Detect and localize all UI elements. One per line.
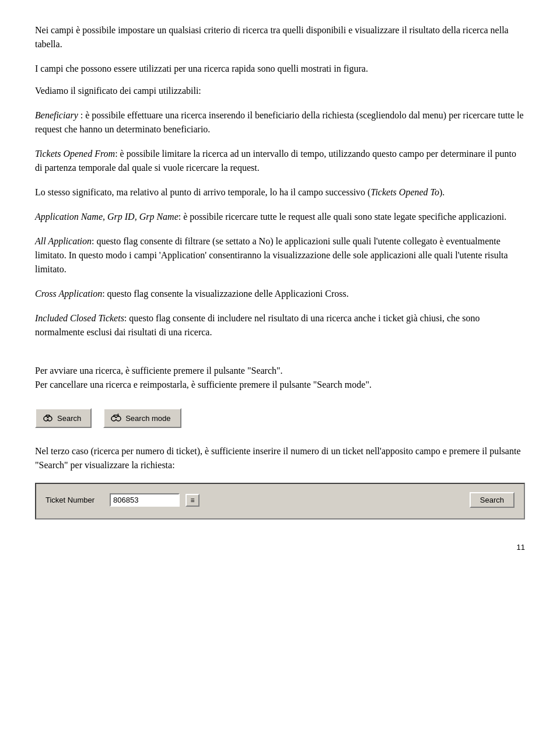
paragraph-1: Nei campi è possibile impostare un quals… xyxy=(35,23,525,51)
paragraph-beneficiary: Beneficiary : è possibile effettuare una… xyxy=(35,108,525,136)
ticket-search-label: Search xyxy=(480,496,504,504)
button-row: Search * Search mode xyxy=(35,408,525,428)
beneficiary-italic: Beneficiary xyxy=(35,110,78,120)
all-application-rest: : questo flag consente di filtrare (se s… xyxy=(35,236,508,274)
search-button[interactable]: Search xyxy=(35,408,92,428)
ticket-intro: Nel terzo caso (ricerca per numero di ti… xyxy=(35,444,525,472)
application-name-rest: : è possibile ricercare tutte le request… xyxy=(178,212,506,222)
tickets-opened-to-text: Lo stesso significato, ma relativo al pu… xyxy=(35,187,370,197)
paragraph-included-closed: Included Closed Tickets: questo flag con… xyxy=(35,311,525,339)
page-number: 11 xyxy=(35,543,525,552)
ticket-search-button[interactable]: Search xyxy=(470,492,514,508)
binoculars-mode-icon: * xyxy=(110,413,122,423)
paragraph-cross-application: Cross Application: questo flag consente … xyxy=(35,287,525,301)
search-button-icon xyxy=(42,412,54,424)
paragraph-all-application: All Application: questo flag consente di… xyxy=(35,234,525,276)
beneficiary-rest: : è possibile effettuare una ricerca ins… xyxy=(35,110,524,134)
cross-application-italic: Cross Application xyxy=(35,289,102,299)
search-mode-button[interactable]: * Search mode xyxy=(103,408,181,428)
paragraph-3: Vediamo il significato dei campi utilizz… xyxy=(35,84,525,98)
tickets-opened-from-italic: Tickets Opened From xyxy=(35,149,115,159)
svg-rect-8 xyxy=(115,418,117,419)
paragraph-2: I campi che possono essere utilizzati pe… xyxy=(35,62,525,76)
binoculars-icon xyxy=(43,413,53,423)
all-application-italic: All Application xyxy=(35,236,92,246)
ticket-number-box: Ticket Number ≡ Search xyxy=(35,483,525,520)
paragraph-application-name: Application Name, Grp ID, Grp Name: è po… xyxy=(35,210,525,224)
tickets-opened-to-after: ). xyxy=(439,187,444,197)
svg-rect-2 xyxy=(47,418,49,419)
ticket-menu-icon: ≡ xyxy=(190,496,194,504)
ticket-number-input[interactable] xyxy=(110,493,180,507)
ticket-row: Ticket Number ≡ Search xyxy=(46,492,514,508)
paragraph-tickets-opened-to: Lo stesso significato, ma relativo al pu… xyxy=(35,185,525,199)
cross-application-rest: : questo flag consente la visualizzazion… xyxy=(102,289,349,299)
search-button-label: Search xyxy=(57,414,81,423)
ticket-number-label: Ticket Number xyxy=(46,496,104,504)
paragraph-tickets-opened-from: Tickets Opened From: è possibile limitar… xyxy=(35,147,525,175)
application-name-italic: Application Name, Grp ID, Grp Name xyxy=(35,212,178,222)
svg-text:*: * xyxy=(117,413,119,417)
search-mode-button-label: Search mode xyxy=(125,414,170,423)
search-mode-button-icon: * xyxy=(110,412,122,424)
tickets-opened-to-italic: Tickets Opened To xyxy=(370,187,439,197)
paragraph-avviare: Per avviare una ricerca, è sufficiente p… xyxy=(35,350,525,392)
included-closed-italic: Included Closed Tickets xyxy=(35,313,124,323)
ticket-menu-button[interactable]: ≡ xyxy=(186,494,200,507)
